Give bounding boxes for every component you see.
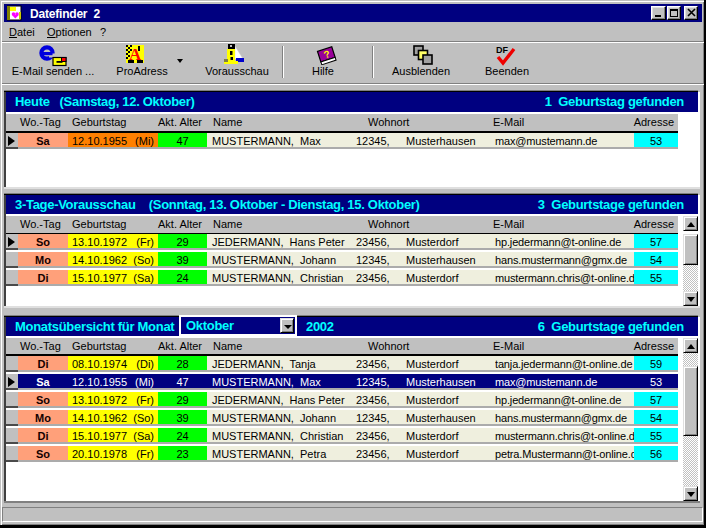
svg-text:DF: DF [496, 45, 508, 55]
